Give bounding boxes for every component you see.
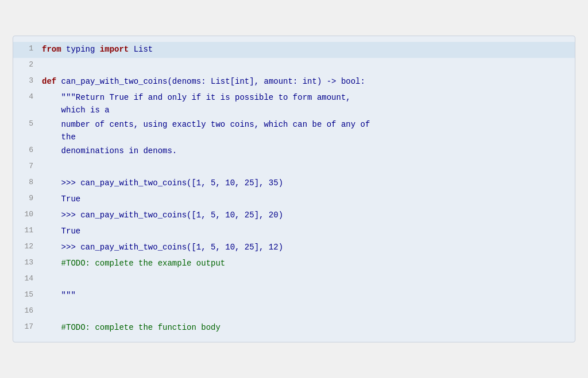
code-line-5: 5 number of cents, using exactly two coi… <box>13 117 575 144</box>
line-number-1: 1 <box>13 42 42 55</box>
line-number-7: 7 <box>13 159 42 173</box>
code-line-4: 4 """Return True if and only if it is po… <box>13 90 575 117</box>
line-content-7 <box>42 159 575 161</box>
code-line-2: 2 <box>13 58 575 74</box>
line-number-13: 13 <box>13 256 42 269</box>
line-number-17: 17 <box>13 320 42 333</box>
code-line-7: 7 <box>13 159 575 176</box>
code-line-14: 14 <box>13 272 575 288</box>
line-content-6: denominations in denoms. <box>42 143 575 157</box>
code-editor[interactable]: 1 from typing import List 2 3 def can_pa… <box>13 36 575 343</box>
line-content-1: from typing import List <box>42 42 575 56</box>
code-line-8: 8 >>> can_pay_with_two_coins([1, 5, 10, … <box>13 176 575 192</box>
line-number-4: 4 <box>13 90 42 103</box>
line-content-13: #TODO: complete the example output <box>42 256 575 270</box>
code-line-1: 1 from typing import List <box>13 42 575 58</box>
line-number-9: 9 <box>13 192 42 205</box>
code-line-3: 3 def can_pay_with_two_coins(denoms: Lis… <box>13 74 575 90</box>
code-line-10: 10 >>> can_pay_with_two_coins([1, 5, 10,… <box>13 208 575 224</box>
line-number-12: 12 <box>13 240 42 253</box>
line-content-11: True <box>42 224 575 237</box>
line-content-17: #TODO: complete the function body <box>42 320 575 334</box>
line-content-4: """Return True if and only if it is poss… <box>42 90 575 117</box>
line-content-5: number of cents, using exactly two coins… <box>42 117 575 144</box>
line-content-3: def can_pay_with_two_coins(denoms: List[… <box>42 74 575 88</box>
line-content-2 <box>42 58 575 59</box>
line-content-12: >>> can_pay_with_two_coins([1, 5, 10, 25… <box>42 240 575 254</box>
line-number-16: 16 <box>13 304 42 317</box>
line-content-8: >>> can_pay_with_two_coins([1, 5, 10, 25… <box>42 176 575 189</box>
code-line-9: 9 True <box>13 192 575 208</box>
line-number-2: 2 <box>13 58 42 71</box>
code-line-15: 15 """ <box>13 288 575 304</box>
line-number-10: 10 <box>13 208 42 221</box>
line-number-8: 8 <box>13 176 42 189</box>
line-number-3: 3 <box>13 74 42 87</box>
line-content-14 <box>42 272 575 273</box>
line-number-15: 15 <box>13 288 42 301</box>
line-content-9: True <box>42 192 575 205</box>
line-content-16 <box>42 304 575 305</box>
line-number-5: 5 <box>13 117 42 130</box>
code-line-11: 11 True <box>13 224 575 240</box>
code-line-6: 6 denominations in denoms. <box>13 143 575 159</box>
line-number-14: 14 <box>13 272 42 285</box>
code-line-12: 12 >>> can_pay_with_two_coins([1, 5, 10,… <box>13 240 575 256</box>
line-number-11: 11 <box>13 224 42 237</box>
code-line-16: 16 <box>13 304 575 320</box>
line-content-15: """ <box>42 288 575 302</box>
code-line-13: 13 #TODO: complete the example output <box>13 256 575 272</box>
code-line-17: 17 #TODO: complete the function body <box>13 320 575 336</box>
line-content-10: >>> can_pay_with_two_coins([1, 5, 10, 25… <box>42 208 575 221</box>
line-number-6: 6 <box>13 143 42 157</box>
